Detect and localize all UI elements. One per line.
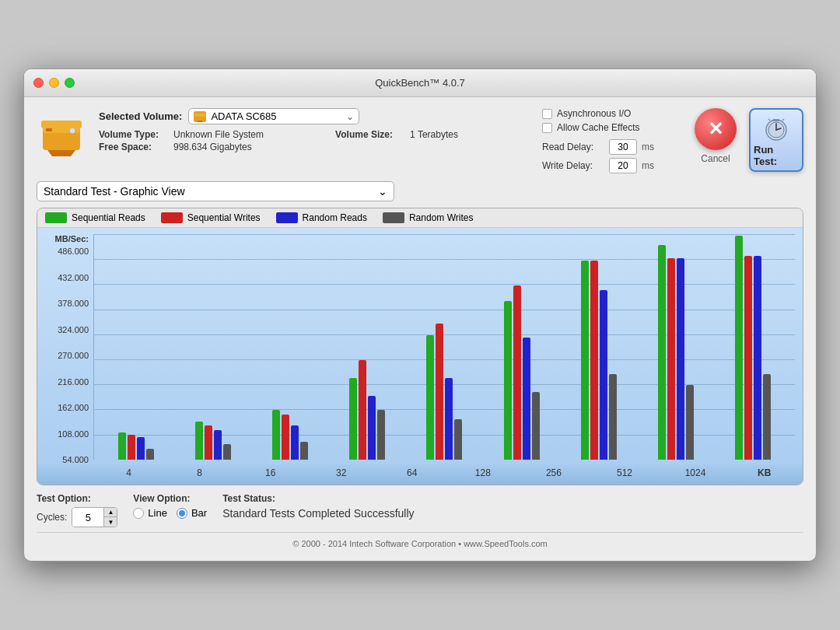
bar-option[interactable]: Bar — [177, 507, 207, 519]
bar-256-seqwrite — [590, 261, 598, 460]
y-val-324: 324.000 — [58, 325, 89, 334]
bar-4-randread — [137, 437, 145, 460]
y-val-270: 270.000 — [58, 351, 89, 360]
run-test-button[interactable]: Run Test: — [749, 108, 803, 172]
bar-128-randwrite — [532, 392, 540, 460]
legend-seq-writes-color — [161, 212, 183, 223]
legend-rand-writes: Random Writes — [383, 212, 473, 223]
write-delay-label: Write Delay: — [542, 160, 604, 171]
x-label-32: 32 — [330, 467, 353, 478]
legend-rand-reads-color — [276, 212, 298, 223]
free-space-row: Free Space: 998.634 Gigabytes — [99, 142, 335, 152]
free-space-label: Free Space: — [99, 142, 169, 152]
x-label-1024: 1024 — [684, 467, 707, 478]
footer-text: © 2000 - 2014 Intech Software Corporatio… — [292, 539, 547, 548]
line-label: Line — [148, 507, 167, 519]
test-status-label: Test Status: — [222, 493, 803, 504]
line-radio[interactable] — [133, 508, 144, 519]
run-test-box: Run Test: — [749, 108, 803, 172]
top-section: Selected Volume: ADATA SC685 ⌄ — [37, 108, 803, 173]
y-val-486: 486.000 — [58, 247, 89, 256]
cycles-down-button[interactable]: ▼ — [104, 517, 117, 527]
bar-512-randread — [677, 258, 684, 460]
free-space-value: 998.634 Gigabytes — [173, 142, 252, 152]
bar-group-1024 — [735, 236, 771, 460]
titlebar: QuickBench™ 4.0.7 — [24, 69, 816, 97]
volume-selector[interactable]: ADATA SC685 ⌄ — [188, 108, 359, 124]
bottom-section: Test Option: Cycles: ▲ ▼ View Option: — [37, 493, 803, 527]
cancel-button[interactable]: ✕ Cancel — [695, 108, 737, 164]
traffic-lights — [33, 78, 75, 88]
x-label-128: 128 — [471, 467, 495, 478]
bar-group-256 — [581, 261, 617, 460]
view-selector-dropdown[interactable]: Standard Test - Graphic View ⌄ — [37, 181, 394, 201]
view-option-section: View Option: Line Bar — [133, 493, 207, 519]
delay-section: Read Delay: ms Write Delay: ms — [542, 139, 682, 173]
radio-dot — [179, 510, 185, 516]
bar-512-seqwrite — [667, 258, 675, 460]
x-label-row: 4 8 16 32 64 128 256 512 1024 KB — [93, 467, 795, 478]
drive-info: Selected Volume: ADATA SC685 ⌄ — [99, 108, 530, 152]
read-delay-label: Read Delay: — [542, 142, 604, 152]
cycles-input[interactable] — [72, 508, 103, 527]
minimize-button[interactable] — [49, 78, 59, 88]
cycles-stepper: ▲ ▼ — [103, 508, 117, 527]
bar-256-seqread — [581, 261, 589, 460]
drive-icon — [37, 108, 86, 158]
bar-8-randwrite — [223, 444, 231, 460]
y-val-108: 108.000 — [58, 429, 89, 439]
read-delay-row: Read Delay: ms — [542, 139, 682, 155]
bar-512-randwrite — [686, 385, 694, 460]
bar-1024-seqwrite — [744, 256, 752, 460]
async-io-checkbox[interactable] — [542, 109, 552, 119]
volume-size-row: Volume Size: 1 Terabytes — [335, 129, 530, 140]
cycles-up-button[interactable]: ▲ — [104, 508, 117, 517]
grid-line-0 — [94, 234, 795, 235]
bar-64-randread — [445, 378, 453, 460]
y-axis-values: 486.000 432.000 378.000 324.000 270.000 … — [58, 247, 89, 464]
dropdown-arrow: ⌄ — [346, 111, 354, 122]
legend-seq-writes: Sequential Writes — [161, 212, 261, 223]
allow-cache-checkbox[interactable] — [542, 123, 552, 133]
bar-128-seqread — [504, 301, 512, 460]
legend-seq-reads-color — [45, 212, 67, 223]
window-title: QuickBench™ 4.0.7 — [375, 77, 465, 89]
y-val-54: 54.000 — [62, 455, 89, 464]
x-label-512: 512 — [613, 467, 636, 478]
bars-area — [93, 234, 795, 460]
bar-512-seqread — [658, 245, 666, 460]
svg-rect-4 — [41, 121, 82, 128]
bar-group-16 — [272, 410, 308, 460]
bar-8-seqread — [195, 422, 203, 460]
x-label-256: 256 — [542, 467, 565, 478]
maximize-button[interactable] — [65, 78, 75, 88]
bar-8-randread — [214, 430, 222, 460]
x-label-4: 4 — [117, 467, 141, 478]
bar-group-512 — [658, 245, 694, 460]
volume-name: ADATA SC685 — [211, 110, 341, 122]
async-io-row: Asynchronous I/O — [542, 108, 682, 119]
legend-rand-reads-label: Random Reads — [303, 212, 367, 223]
bar-64-seqread — [426, 335, 434, 460]
bar-32-seqread — [349, 378, 357, 460]
main-window: QuickBench™ 4.0.7 Selected Volume: — [23, 68, 817, 562]
legend-seq-reads: Sequential Reads — [45, 212, 145, 223]
view-selector-row: Standard Test - Graphic View ⌄ — [37, 181, 803, 201]
read-delay-input[interactable] — [609, 139, 637, 155]
bar-group-8 — [195, 422, 231, 460]
line-option[interactable]: Line — [133, 507, 167, 519]
read-delay-unit: ms — [642, 142, 654, 152]
close-button[interactable] — [33, 78, 44, 88]
bar-radio[interactable] — [177, 508, 187, 519]
async-io-label: Asynchronous I/O — [557, 108, 631, 119]
svg-rect-6 — [194, 114, 205, 117]
bar-label: Bar — [191, 507, 207, 519]
bar-16-seqwrite — [282, 415, 289, 460]
legend-seq-reads-label: Sequential Reads — [72, 212, 145, 223]
write-delay-input[interactable] — [609, 158, 637, 173]
chart-area: Sequential Reads Sequential Writes Rando… — [37, 208, 803, 485]
bar-group-4 — [118, 432, 154, 460]
x-label-64: 64 — [401, 467, 424, 478]
bar-256-randread — [600, 290, 607, 460]
y-val-216: 216.000 — [58, 377, 89, 387]
